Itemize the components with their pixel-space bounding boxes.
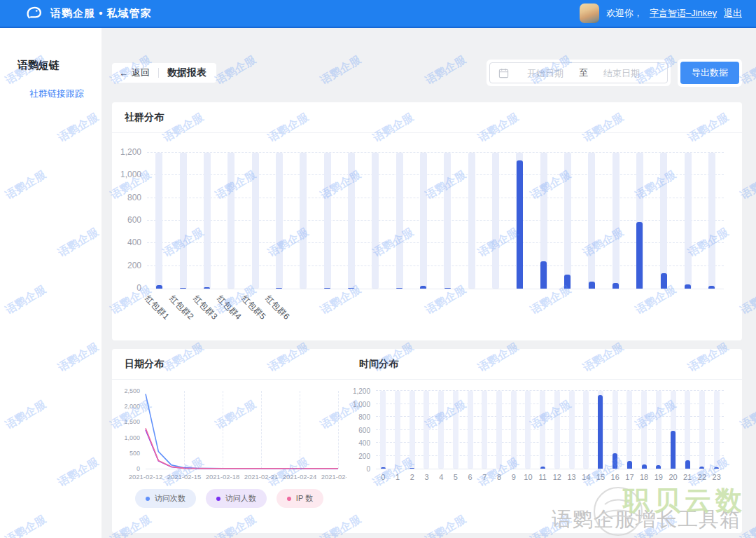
bar[interactable] (204, 287, 210, 289)
brand-logo-icon (24, 4, 43, 23)
bar[interactable] (685, 460, 690, 469)
logout-link[interactable]: 退出 (724, 7, 742, 20)
user-avatar[interactable] (580, 4, 599, 23)
export-button-wrapper: 导出数据 (678, 59, 742, 87)
bar[interactable] (642, 464, 647, 469)
bar[interactable] (381, 467, 386, 469)
brand: 语鹦企服 • 私域管家 (24, 4, 152, 23)
legend-item[interactable]: IP 数 (276, 489, 323, 508)
bar[interactable] (612, 453, 617, 469)
page-title: 数据报表 (167, 67, 206, 79)
bar[interactable] (396, 288, 402, 289)
bar[interactable] (656, 465, 661, 469)
calendar-icon (498, 68, 509, 78)
community-chart-xaxis: 红包群1红包群2红包群3红包群4红包群5红包群6 (147, 289, 724, 340)
bar[interactable] (627, 461, 632, 469)
time-chart-plot[interactable]: 02004006008001,0001,200 (376, 391, 724, 469)
bar[interactable] (420, 286, 426, 289)
bar[interactable] (517, 160, 523, 289)
breadcrumb: ← 返回 数据报表 (112, 63, 216, 83)
bar[interactable] (589, 282, 595, 289)
time-distribution-section: 时间分布 02004006008001,0001,200 01234567891… (346, 349, 742, 533)
sidebar-title: 语鹦短链 (0, 28, 102, 72)
date-separator: 至 (578, 67, 589, 79)
bar[interactable] (324, 288, 330, 289)
legend-item[interactable]: 访问次数 (135, 489, 196, 508)
card-date-time-distribution: 日期分布 05001,0001,5002,0002,500 2021-02-12… (112, 349, 742, 533)
start-date-input[interactable] (513, 68, 578, 78)
date-distribution-section: 日期分布 05001,0001,5002,0002,500 2021-02-12… (112, 349, 346, 533)
end-date-input[interactable] (589, 68, 654, 78)
line-series (146, 428, 338, 469)
date-chart-legend: 访问次数访问人数IP 数 (112, 489, 346, 508)
bar[interactable] (598, 395, 603, 469)
bar[interactable] (276, 288, 282, 289)
bar[interactable] (685, 284, 691, 289)
bar[interactable] (180, 288, 186, 289)
bar[interactable] (444, 288, 451, 289)
community-chart-plot[interactable]: 02004006008001,0001,200 (147, 153, 724, 289)
back-arrow-icon: ← (119, 68, 128, 78)
bar[interactable] (671, 431, 676, 469)
date-chart-plot[interactable]: 05001,0001,5002,0002,500 (146, 391, 338, 469)
time-chart-title: 时间分布 (346, 349, 742, 380)
time-chart-xaxis: 01234567891011121314151617181920212223 (376, 469, 724, 481)
brand-title: 语鹦企服 • 私域管家 (50, 7, 152, 20)
welcome-text: 欢迎你， (606, 7, 643, 20)
divider (158, 68, 159, 78)
card-community-distribution: 社群分布 02004006008001,0001,200 红包群1红包群2红包群… (112, 102, 742, 340)
username-link[interactable]: 字言智语–Jinkey (650, 7, 717, 20)
export-data-button[interactable]: 导出数据 (680, 62, 739, 84)
community-chart-title: 社群分布 (112, 102, 742, 133)
line-series (146, 394, 338, 468)
back-label: 返回 (132, 67, 150, 79)
main-content: ← 返回 数据报表 至 (102, 28, 756, 538)
bar[interactable] (699, 467, 704, 469)
bar[interactable] (564, 275, 570, 289)
line-series (146, 430, 338, 469)
toolbar: ← 返回 数据报表 至 (112, 59, 742, 87)
sidebar-item-community-link-tracking[interactable]: 社群链接跟踪 (0, 72, 102, 100)
bar[interactable] (348, 288, 354, 289)
bar[interactable] (612, 283, 619, 289)
bar[interactable] (156, 285, 162, 289)
bar[interactable] (714, 467, 719, 469)
legend-item[interactable]: 访问人数 (206, 489, 267, 508)
bar[interactable] (661, 273, 667, 289)
date-range-picker[interactable]: 至 (489, 62, 668, 83)
date-chart-title: 日期分布 (112, 349, 346, 380)
bar[interactable] (540, 467, 545, 469)
sidebar: 语鹦短链 社群链接跟踪 (0, 28, 102, 538)
date-range-wrapper: 至 (486, 60, 671, 86)
bar[interactable] (636, 222, 643, 289)
top-navbar: 语鹦企服 • 私域管家 欢迎你， 字言智语–Jinkey 退出 (0, 0, 756, 28)
back-button[interactable]: ← 返回 (119, 67, 150, 79)
date-chart-xaxis: 2021-02-122021-02-152021-02-182021-02-21… (146, 469, 338, 481)
bar[interactable] (708, 286, 715, 289)
bar[interactable] (540, 261, 547, 289)
bar[interactable] (410, 468, 414, 469)
